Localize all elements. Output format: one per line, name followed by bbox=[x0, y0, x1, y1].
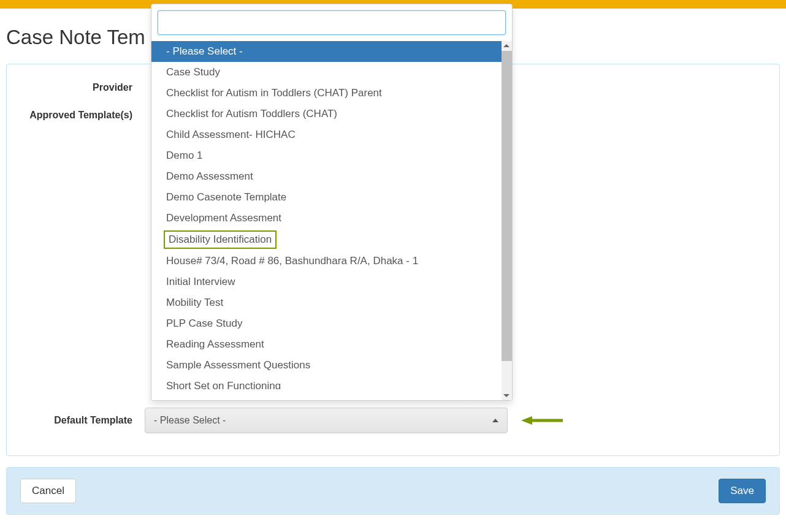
caret-up-icon bbox=[492, 419, 498, 422]
dropdown-scrollbar-track[interactable] bbox=[502, 41, 512, 400]
scrollbar-arrow-down-icon[interactable] bbox=[503, 394, 509, 397]
default-template-row: Default Template - Please Select - bbox=[22, 408, 764, 433]
footer-actions: Cancel Save bbox=[6, 467, 780, 515]
template-dropdown: - Please Select -Case StudyChecklist for… bbox=[151, 4, 513, 401]
dropdown-item[interactable]: Demo 1 bbox=[151, 145, 512, 166]
dropdown-search-input[interactable] bbox=[158, 10, 506, 35]
arrow-left-icon bbox=[521, 414, 564, 427]
dropdown-item[interactable]: Sample Assessment Questions bbox=[151, 355, 512, 376]
default-template-label: Default Template bbox=[22, 414, 145, 427]
dropdown-list-wrapper: - Please Select -Case StudyChecklist for… bbox=[151, 41, 512, 400]
svg-marker-1 bbox=[521, 416, 532, 425]
dropdown-item[interactable]: Demo Casenote Template bbox=[151, 187, 512, 208]
save-button[interactable]: Save bbox=[719, 479, 766, 503]
dropdown-item[interactable]: PLP Case Study bbox=[151, 313, 512, 334]
dropdown-search-wrapper bbox=[151, 4, 512, 41]
dropdown-item[interactable]: House# 73/4, Road # 86, Bashundhara R/A,… bbox=[151, 251, 512, 272]
dropdown-item[interactable]: Child Assessment- HICHAC bbox=[151, 124, 512, 145]
dropdown-item[interactable]: Checklist for Autism in Toddlers (CHAT) … bbox=[151, 83, 512, 104]
default-template-select-value: - Please Select - bbox=[154, 415, 226, 426]
dropdown-item[interactable]: Mobility Test bbox=[151, 292, 512, 313]
dropdown-item[interactable]: Case Study bbox=[151, 62, 512, 83]
dropdown-item[interactable]: Disability Identification bbox=[151, 229, 512, 251]
default-template-select[interactable]: - Please Select - bbox=[145, 408, 508, 433]
dropdown-item[interactable]: Initial Interview bbox=[151, 272, 512, 292]
scrollbar-arrow-up-icon[interactable] bbox=[503, 44, 509, 47]
dropdown-item[interactable]: - Please Select - bbox=[151, 41, 512, 62]
dropdown-item[interactable]: Reading Assessment bbox=[151, 334, 512, 355]
cancel-button[interactable]: Cancel bbox=[20, 479, 76, 503]
highlighted-option[interactable]: Disability Identification bbox=[164, 230, 277, 249]
dropdown-item[interactable]: Checklist for Autism Toddlers (CHAT) bbox=[151, 104, 512, 124]
approved-templates-label: Approved Template(s) bbox=[22, 105, 145, 122]
dropdown-item[interactable]: Short Set on Functioning bbox=[151, 376, 512, 389]
provider-label: Provider bbox=[22, 78, 145, 94]
dropdown-scrollbar-thumb[interactable] bbox=[502, 51, 512, 361]
dropdown-item[interactable]: Development Assesment bbox=[151, 208, 512, 229]
dropdown-item[interactable]: Demo Assessment bbox=[151, 166, 512, 187]
pointer-arrow-annotation bbox=[521, 414, 564, 427]
dropdown-list: - Please Select -Case StudyChecklist for… bbox=[151, 41, 512, 400]
